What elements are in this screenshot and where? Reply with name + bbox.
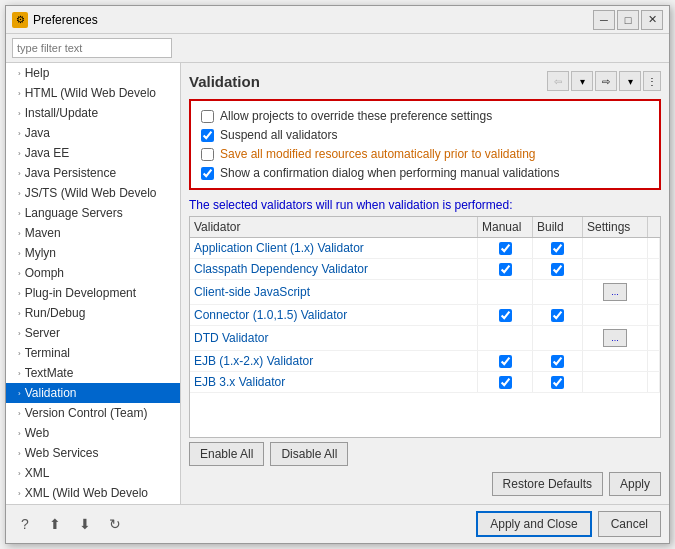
sidebar-arrow: › bbox=[18, 189, 21, 198]
close-button[interactable]: ✕ bbox=[641, 10, 663, 30]
sidebar-item-validation[interactable]: ›Validation bbox=[6, 383, 180, 403]
help-icon[interactable]: ? bbox=[14, 513, 36, 535]
sidebar-item-java[interactable]: ›Java bbox=[6, 123, 180, 143]
import-icon[interactable]: ⬆ bbox=[44, 513, 66, 535]
validator-manual-3 bbox=[478, 305, 533, 325]
sidebar-item-java-persistence[interactable]: ›Java Persistence bbox=[6, 163, 180, 183]
search-input[interactable] bbox=[12, 38, 172, 58]
sidebar-item-oomph[interactable]: ›Oomph bbox=[6, 263, 180, 283]
sidebar-item-install/update[interactable]: ›Install/Update bbox=[6, 103, 180, 123]
title-bar: ⚙ Preferences ─ □ ✕ bbox=[6, 6, 669, 34]
forward-button[interactable]: ⇨ bbox=[595, 71, 617, 91]
validator-manual-4 bbox=[478, 326, 533, 350]
sidebar-item-html-wild-web-develo[interactable]: ›HTML (Wild Web Develo bbox=[6, 83, 180, 103]
checkbox-row-2: Save all modified resources automaticall… bbox=[201, 147, 649, 161]
refresh-icon[interactable]: ↻ bbox=[104, 513, 126, 535]
export-icon[interactable]: ⬇ bbox=[74, 513, 96, 535]
sidebar-item-textmate[interactable]: ›TextMate bbox=[6, 363, 180, 383]
table-row: Client-side JavaScript... bbox=[190, 280, 660, 305]
sidebar-item-run/debug[interactable]: ›Run/Debug bbox=[6, 303, 180, 323]
row-scroll-4 bbox=[648, 326, 660, 350]
table-row: EJB (1.x-2.x) Validator bbox=[190, 351, 660, 372]
back-button[interactable]: ⇦ bbox=[547, 71, 569, 91]
sidebar-item-xml[interactable]: ›XML bbox=[6, 463, 180, 483]
restore-defaults-button[interactable]: Restore Defaults bbox=[492, 472, 603, 496]
sidebar-arrow: › bbox=[18, 449, 21, 458]
title-bar-buttons: ─ □ ✕ bbox=[593, 10, 663, 30]
sidebar-item-label: Validation bbox=[25, 386, 77, 400]
apply-and-close-button[interactable]: Apply and Close bbox=[476, 511, 591, 537]
validator-manual-6 bbox=[478, 372, 533, 392]
sidebar-item-label: TextMate bbox=[25, 366, 74, 380]
validators-section: The selected validators will run when va… bbox=[189, 198, 661, 438]
sidebar-item-web-services[interactable]: ›Web Services bbox=[6, 443, 180, 463]
settings-button-2[interactable]: ... bbox=[603, 283, 627, 301]
main-content: ›Help›HTML (Wild Web Develo›Install/Upda… bbox=[6, 63, 669, 504]
table-th-4 bbox=[648, 217, 660, 237]
minimize-button[interactable]: ─ bbox=[593, 10, 615, 30]
table-th-0: Validator bbox=[190, 217, 478, 237]
sidebar-arrow: › bbox=[18, 389, 21, 398]
table-row: Application Client (1.x) Validator bbox=[190, 238, 660, 259]
validator-manual-0 bbox=[478, 238, 533, 258]
sidebar-item-server[interactable]: ›Server bbox=[6, 323, 180, 343]
more-button[interactable]: ⋮ bbox=[643, 71, 661, 91]
sidebar-arrow: › bbox=[18, 209, 21, 218]
enable-all-button[interactable]: Enable All bbox=[189, 442, 264, 466]
table-row: DTD Validator... bbox=[190, 326, 660, 351]
sidebar-item-plug-in-development[interactable]: ›Plug-in Development bbox=[6, 283, 180, 303]
checkbox-3[interactable] bbox=[201, 167, 214, 180]
checkbox-2[interactable] bbox=[201, 148, 214, 161]
table-row: Connector (1.0,1.5) Validator bbox=[190, 305, 660, 326]
sidebar-item-label: Mylyn bbox=[25, 246, 56, 260]
sidebar-item-version-control-team[interactable]: ›Version Control (Team) bbox=[6, 403, 180, 423]
sidebar-item-js/ts-wild-web-develo[interactable]: ›JS/TS (Wild Web Develo bbox=[6, 183, 180, 203]
sidebar-item-language-servers[interactable]: ›Language Servers bbox=[6, 203, 180, 223]
checkbox-label-0: Allow projects to override these prefere… bbox=[220, 109, 492, 123]
validator-name-3: Connector (1.0,1.5) Validator bbox=[190, 305, 478, 325]
forward-dropdown[interactable]: ▾ bbox=[619, 71, 641, 91]
sidebar-arrow: › bbox=[18, 429, 21, 438]
validator-build-3 bbox=[533, 305, 583, 325]
sidebar-item-label: Server bbox=[25, 326, 60, 340]
sidebar-arrow: › bbox=[18, 109, 21, 118]
validator-settings-2: ... bbox=[583, 280, 648, 304]
sidebar-item-label: Terminal bbox=[25, 346, 70, 360]
settings-button-4[interactable]: ... bbox=[603, 329, 627, 347]
sidebar-arrow: › bbox=[18, 289, 21, 298]
sidebar-arrow: › bbox=[18, 409, 21, 418]
sidebar-item-maven[interactable]: ›Maven bbox=[6, 223, 180, 243]
cancel-button[interactable]: Cancel bbox=[598, 511, 661, 537]
maximize-button[interactable]: □ bbox=[617, 10, 639, 30]
footer-right: Apply and Close Cancel bbox=[476, 511, 661, 537]
validator-build-2 bbox=[533, 280, 583, 304]
sidebar-item-xml-wild-web-develo[interactable]: ›XML (Wild Web Develo bbox=[6, 483, 180, 503]
validation-options-box: Allow projects to override these prefere… bbox=[189, 99, 661, 190]
table-row: EJB 3.x Validator bbox=[190, 372, 660, 393]
sidebar-arrow: › bbox=[18, 129, 21, 138]
validators-label: The selected validators will run when va… bbox=[189, 198, 661, 212]
window-icon: ⚙ bbox=[12, 12, 28, 28]
checkbox-0[interactable] bbox=[201, 110, 214, 123]
sidebar-item-help[interactable]: ›Help bbox=[6, 63, 180, 83]
footer-left: ? ⬆ ⬇ ↻ bbox=[14, 513, 126, 535]
apply-button[interactable]: Apply bbox=[609, 472, 661, 496]
validator-settings-5 bbox=[583, 351, 648, 371]
row-scroll-3 bbox=[648, 305, 660, 325]
sidebar-item-mylyn[interactable]: ›Mylyn bbox=[6, 243, 180, 263]
panel-footer: Restore Defaults Apply bbox=[189, 472, 661, 496]
validator-settings-4: ... bbox=[583, 326, 648, 350]
nav-dropdown[interactable]: ▾ bbox=[571, 71, 593, 91]
disable-all-button[interactable]: Disable All bbox=[270, 442, 348, 466]
sidebar-arrow: › bbox=[18, 149, 21, 158]
sidebar-item-java-ee[interactable]: ›Java EE bbox=[6, 143, 180, 163]
sidebar-arrow: › bbox=[18, 169, 21, 178]
sidebar-item-web[interactable]: ›Web bbox=[6, 423, 180, 443]
sidebar-arrow: › bbox=[18, 489, 21, 498]
sidebar-item-terminal[interactable]: ›Terminal bbox=[6, 343, 180, 363]
table-th-2: Build bbox=[533, 217, 583, 237]
row-scroll-6 bbox=[648, 372, 660, 392]
sidebar-arrow: › bbox=[18, 249, 21, 258]
checkbox-1[interactable] bbox=[201, 129, 214, 142]
sidebar-arrow: › bbox=[18, 89, 21, 98]
